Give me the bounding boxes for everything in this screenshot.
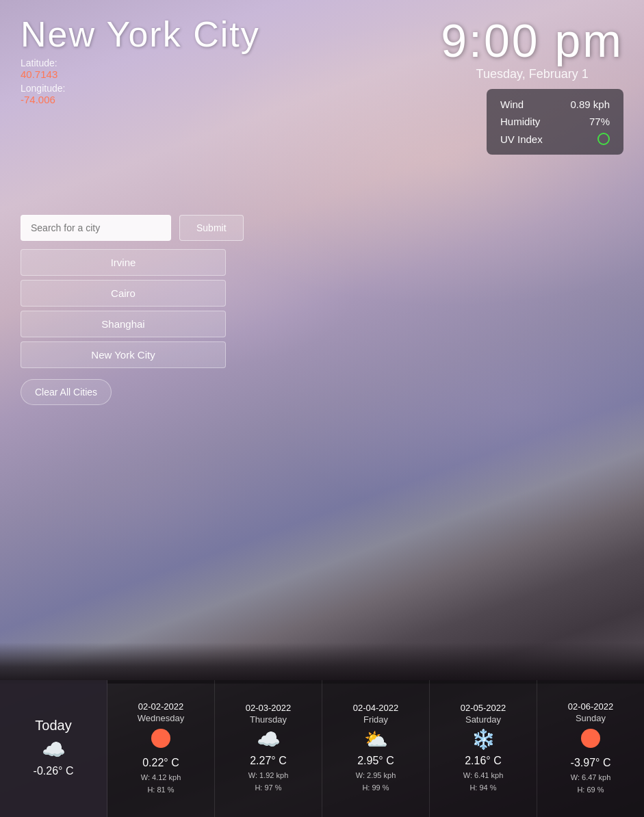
wind-row: Wind 0.89 kph: [500, 99, 610, 110]
search-row: Submit: [21, 215, 623, 241]
forecast-temp-3: 2.16° C: [465, 755, 502, 767]
humidity-label: Humidity: [500, 116, 540, 127]
today-temp: -0.26° C: [34, 765, 74, 777]
city-button-cairo[interactable]: Cairo: [21, 280, 226, 307]
forecast-date-2: 02-04-2022: [353, 703, 399, 713]
city-button-irvine[interactable]: Irvine: [21, 249, 226, 276]
forecast-temp-1: 2.27° C: [250, 755, 287, 767]
forecast-bar: Today ☁️ -0.26° C 02-02-2022 Wednesday 0…: [0, 680, 644, 817]
forecast-temp-2: 2.95° C: [357, 755, 394, 767]
date-display: Tuesday, February 1: [441, 67, 623, 81]
uv-circle-icon: [597, 133, 610, 145]
search-section: Submit Irvine Cairo Shanghai New York Ci…: [21, 215, 623, 405]
wind-label: Wind: [500, 99, 524, 110]
forecast-day-3: 02-05-2022 Saturday ❄️ 2.16° C W: 6.41 k…: [430, 680, 537, 817]
forecast-today: Today ☁️ -0.26° C: [0, 680, 107, 817]
uv-row: UV Index: [500, 133, 610, 145]
time-display: 9:00 pm: [441, 14, 623, 67]
city-list: Irvine Cairo Shanghai New York City: [21, 249, 623, 368]
forecast-day-1: 02-03-2022 Thursday ☁️ 2.27° C W: 1.92 k…: [215, 680, 322, 817]
forecast-temp-4: -3.97° C: [571, 757, 611, 769]
forecast-date-4: 02-06-2022: [568, 701, 614, 712]
time-section: 9:00 pm Tuesday, February 1: [441, 14, 623, 81]
forecast-weekday-0: Wednesday: [138, 713, 184, 723]
forecast-detail-0: W: 4.12 kph H: 81 %: [141, 772, 181, 796]
forecast-detail-1: W: 1.92 kph H: 97 %: [248, 770, 289, 794]
forecast-weekday-4: Sunday: [576, 713, 606, 723]
city-button-shanghai[interactable]: Shanghai: [21, 311, 226, 337]
forecast-weekday-1: Thursday: [250, 714, 287, 725]
humidity-row: Humidity 77%: [500, 116, 610, 127]
humidity-value: 77%: [589, 116, 610, 127]
forecast-icon-1: ☁️: [257, 730, 281, 749]
uv-label: UV Index: [500, 133, 543, 145]
forecast-day-0: 02-02-2022 Wednesday 0.22° C W: 4.12 kph…: [107, 680, 215, 817]
forecast-weekday-2: Friday: [363, 714, 388, 725]
forecast-day-2: 02-04-2022 Friday ⛅ 2.95° C W: 2.95 kph …: [322, 680, 430, 817]
forecast-icon-2: ⛅: [364, 730, 388, 749]
forecast-detail-2: W: 2.95 kph H: 99 %: [356, 770, 396, 794]
forecast-detail-3: W: 6.41 kph H: 94 %: [463, 770, 504, 794]
search-input[interactable]: [21, 215, 171, 241]
today-icon: ☁️: [42, 740, 66, 760]
forecast-temp-0: 0.22° C: [142, 757, 179, 769]
today-label: Today: [35, 718, 71, 734]
clear-all-cities-button[interactable]: Clear All Cities: [21, 379, 112, 405]
forecast-date-3: 02-05-2022: [461, 703, 506, 713]
wind-value: 0.89 kph: [570, 99, 610, 110]
forecast-icon-4: [581, 729, 600, 751]
city-button-newyork[interactable]: New York City: [21, 341, 226, 368]
forecast-detail-4: W: 6.47 kph H: 69 %: [571, 772, 611, 796]
forecast-day-4: 02-06-2022 Sunday -3.97° C W: 6.47 kph H…: [537, 680, 644, 817]
forecast-icon-0: [151, 729, 170, 751]
forecast-weekday-3: Saturday: [465, 714, 501, 725]
submit-button[interactable]: Submit: [179, 215, 244, 241]
weather-panel: Wind 0.89 kph Humidity 77% UV Index: [487, 89, 623, 155]
forecast-icon-3: ❄️: [472, 730, 495, 749]
forecast-date-1: 02-03-2022: [246, 703, 292, 713]
forecast-date-0: 02-02-2022: [138, 701, 184, 712]
